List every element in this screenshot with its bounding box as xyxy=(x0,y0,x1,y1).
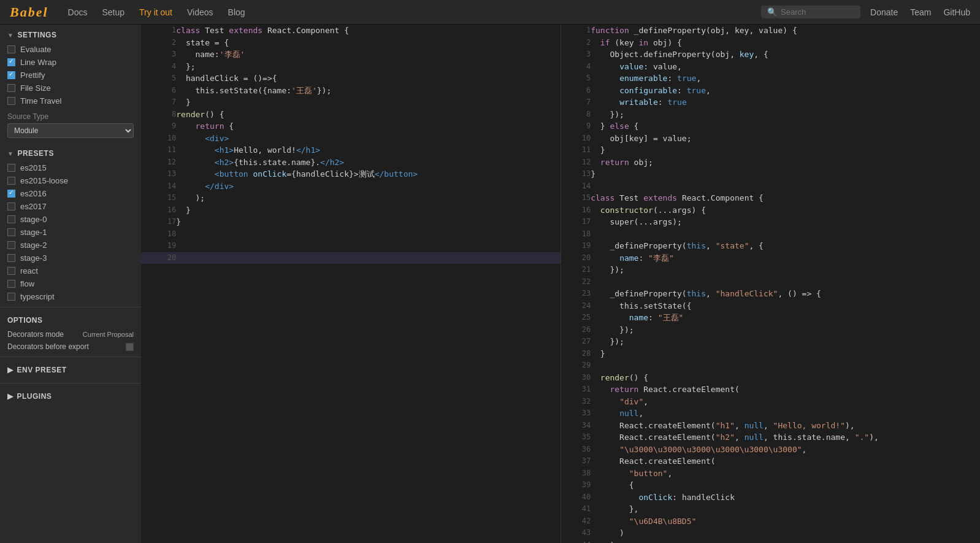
settings-time-travel[interactable]: Time Travel xyxy=(0,94,141,107)
preset-es2015-loose-checkbox[interactable] xyxy=(7,177,15,185)
settings-evaluate[interactable]: Evaluate xyxy=(0,43,141,56)
donate-link[interactable]: Donate xyxy=(870,7,898,17)
left-code-panel[interactable]: 1class Test extends React.Component {2 s… xyxy=(141,25,561,543)
decorators-mode-row: Decorators mode Current Proposal xyxy=(0,328,141,341)
time-travel-checkbox[interactable] xyxy=(7,97,15,105)
preset-stage-3[interactable]: stage-3 xyxy=(0,252,141,264)
line-code xyxy=(591,276,980,288)
presets-section-header[interactable]: ▼ PRESETS xyxy=(0,143,141,161)
source-type-select[interactable]: Script Module Unambiguous xyxy=(7,123,134,138)
line-number: 6 xyxy=(141,85,176,97)
line-wrap-checkbox[interactable] xyxy=(7,58,15,66)
preset-typescript-checkbox[interactable] xyxy=(7,293,15,301)
preset-stage-0[interactable]: stage-0 xyxy=(0,213,141,226)
preset-es2016[interactable]: es2016 xyxy=(0,187,141,200)
plugins-header[interactable]: ▶ PLUGINS xyxy=(0,387,141,406)
line-number: 23 xyxy=(561,288,591,300)
settings-prettify[interactable]: Prettify xyxy=(0,69,141,82)
evaluate-checkbox[interactable] xyxy=(7,45,15,53)
line-number: 41 xyxy=(561,503,591,515)
evaluate-label: Evaluate xyxy=(20,45,52,54)
decorators-mode-value[interactable]: Current Proposal xyxy=(83,331,134,338)
nav-videos[interactable]: Videos xyxy=(187,7,213,17)
table-row: 37 React.createElement( xyxy=(561,455,981,468)
right-code-panel: 1function _defineProperty(obj, key, valu… xyxy=(561,25,981,543)
preset-react-checkbox[interactable] xyxy=(7,267,15,275)
line-number: 32 xyxy=(561,396,591,408)
table-row: 3 name:'李磊' xyxy=(141,48,561,61)
search-box: 🔍 xyxy=(761,6,860,18)
preset-es2017-checkbox[interactable] xyxy=(7,202,15,210)
line-number: 34 xyxy=(561,420,591,432)
line-number: 21 xyxy=(561,264,591,276)
nav-setup[interactable]: Setup xyxy=(102,7,124,17)
decorators-before-checkbox[interactable] xyxy=(126,343,134,351)
line-number: 36 xyxy=(561,444,591,456)
preset-stage-0-checkbox[interactable] xyxy=(7,215,15,223)
preset-es2016-checkbox[interactable] xyxy=(7,190,15,198)
search-input[interactable] xyxy=(781,7,854,17)
preset-react-label: react xyxy=(20,266,38,275)
settings-file-size[interactable]: File Size xyxy=(0,82,141,94)
table-row: 19 _defineProperty(this, "state", { xyxy=(561,240,981,252)
line-code: _defineProperty(this, "handleClick", () … xyxy=(591,288,980,300)
table-row: 17 super(...args); xyxy=(561,216,981,228)
table-row: 33 null, xyxy=(561,407,981,420)
line-code: class Test extends React.Component { xyxy=(591,192,980,204)
prettify-checkbox[interactable] xyxy=(7,71,15,79)
nav-docs[interactable]: Docs xyxy=(68,7,88,17)
plugins-divider xyxy=(0,383,141,383)
table-row: 35 React.createElement("h2", null, this.… xyxy=(561,431,981,444)
preset-es2017[interactable]: es2017 xyxy=(0,200,141,213)
preset-es2015-checkbox[interactable] xyxy=(7,164,15,172)
preset-stage-1[interactable]: stage-1 xyxy=(0,226,141,239)
left-code-table: 1class Test extends React.Component {2 s… xyxy=(141,25,561,264)
line-code: name:'李磊' xyxy=(176,48,560,61)
line-code: render() { xyxy=(591,372,980,384)
preset-typescript[interactable]: typescript xyxy=(0,290,141,303)
decorators-before-row: Decorators before export xyxy=(0,341,141,353)
preset-es2015-loose[interactable]: es2015-loose xyxy=(0,174,141,187)
preset-flow-checkbox[interactable] xyxy=(7,280,15,288)
table-row: 1class Test extends React.Component { xyxy=(141,25,561,37)
preset-react[interactable]: react xyxy=(0,264,141,277)
line-code: } xyxy=(176,216,560,228)
env-arrow: ▶ xyxy=(7,366,13,374)
table-row: 32 "div", xyxy=(561,396,981,408)
settings-section-header[interactable]: ▼ SETTINGS xyxy=(0,25,141,43)
preset-stage-1-checkbox[interactable] xyxy=(7,228,15,236)
line-number: 43 xyxy=(561,527,591,539)
line-number: 9 xyxy=(561,120,591,133)
line-number: 26 xyxy=(561,324,591,336)
line-number: 19 xyxy=(561,240,591,252)
github-link[interactable]: GitHub xyxy=(943,7,970,17)
table-row: 9 return { xyxy=(141,120,561,133)
env-preset-header[interactable]: ▶ ENV PRESET xyxy=(0,361,141,379)
nav-blog[interactable]: Blog xyxy=(228,7,245,17)
line-code: state = { xyxy=(176,37,560,49)
settings-line-wrap[interactable]: Line Wrap xyxy=(0,56,141,69)
line-number: 39 xyxy=(561,479,591,491)
line-code: }; xyxy=(176,61,560,73)
table-row: 40 onClick: handleClick xyxy=(561,491,981,504)
line-number: 20 xyxy=(561,252,591,264)
nav-try-it-out[interactable]: Try it out xyxy=(139,7,172,17)
table-row: 11 } xyxy=(561,144,981,156)
header-right: Donate Team GitHub xyxy=(870,7,970,17)
line-number: 16 xyxy=(561,204,591,217)
preset-es2015[interactable]: es2015 xyxy=(0,161,141,174)
preset-flow[interactable]: flow xyxy=(0,277,141,290)
line-number: 17 xyxy=(561,216,591,228)
team-link[interactable]: Team xyxy=(910,7,931,17)
preset-stage-2-checkbox[interactable] xyxy=(7,241,15,249)
line-code: ); xyxy=(176,192,560,204)
sidebar: ▼ SETTINGS Evaluate Line Wrap Prettify F… xyxy=(0,25,141,543)
preset-stage-2[interactable]: stage-2 xyxy=(0,239,141,252)
file-size-checkbox[interactable] xyxy=(7,84,15,92)
table-row: 13} xyxy=(561,168,981,180)
preset-stage-3-checkbox[interactable] xyxy=(7,254,15,262)
line-number: 9 xyxy=(141,120,176,133)
table-row: 11 <h1>Hello, world!</h1> xyxy=(141,144,561,156)
table-row: 14 xyxy=(561,180,981,193)
line-code: }, xyxy=(591,503,980,515)
